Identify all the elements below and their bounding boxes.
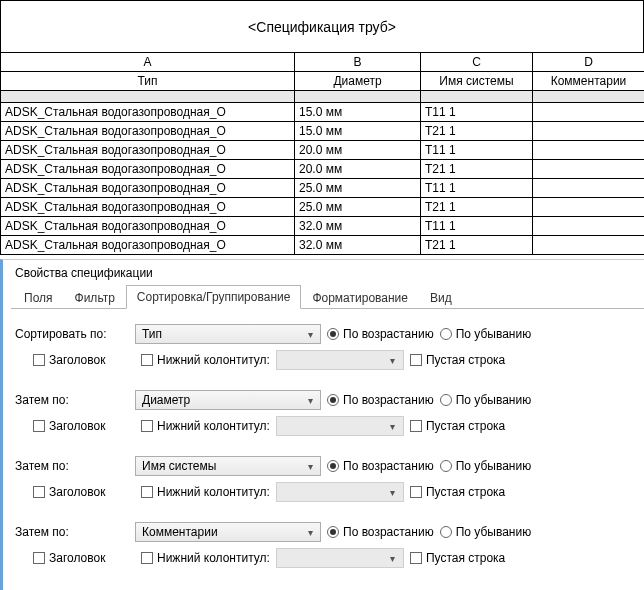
sort-level: Затем по:Комментарии▾По возрастаниюПо уб… [15, 521, 636, 569]
chevron-down-icon: ▾ [303, 329, 317, 340]
col-letter[interactable]: A [1, 53, 295, 72]
cell[interactable] [533, 141, 645, 160]
then-by-label: Затем по: [15, 393, 129, 407]
checkbox-blank-line[interactable]: Пустая строка [410, 485, 520, 499]
tab-formatting[interactable]: Форматирование [301, 286, 419, 309]
radio-descending[interactable]: По убыванию [440, 525, 532, 539]
cell[interactable]: ADSK_Стальная водогазопроводная_О [1, 179, 295, 198]
checkbox-header[interactable]: Заголовок [33, 485, 135, 499]
cell[interactable]: 25.0 мм [295, 179, 421, 198]
cell[interactable]: ADSK_Стальная водогазопроводная_О [1, 198, 295, 217]
properties-tabs: Поля Фильтр Сортировка/Группирование Фор… [11, 284, 644, 309]
cell[interactable]: 20.0 мм [295, 141, 421, 160]
col-letter[interactable]: C [421, 53, 533, 72]
checkbox-blank-line[interactable]: Пустая строка [410, 551, 520, 565]
cell[interactable] [533, 198, 645, 217]
checkbox-blank-line[interactable]: Пустая строка [410, 353, 520, 367]
sort-field-combo[interactable]: Имя системы▾ [135, 456, 321, 476]
cell[interactable]: Т21 1 [421, 122, 533, 141]
separator-row [1, 91, 645, 103]
table-row[interactable]: ADSK_Стальная водогазопроводная_О20.0 мм… [1, 141, 645, 160]
cell[interactable] [533, 179, 645, 198]
tab-fields[interactable]: Поля [13, 286, 64, 309]
sort-field-combo[interactable]: Тип▾ [135, 324, 321, 344]
cell[interactable]: Т11 1 [421, 217, 533, 236]
col-header[interactable]: Имя системы [421, 72, 533, 91]
cell[interactable]: ADSK_Стальная водогазопроводная_О [1, 217, 295, 236]
schedule-table: A B C D Тип Диаметр Имя системы Коммента… [0, 52, 644, 255]
cell[interactable] [533, 236, 645, 255]
cell[interactable] [533, 122, 645, 141]
chevron-down-icon: ▾ [386, 487, 400, 498]
col-header[interactable]: Комментарии [533, 72, 645, 91]
cell[interactable]: Т11 1 [421, 141, 533, 160]
cell[interactable] [533, 103, 645, 122]
column-letter-row: A B C D [1, 53, 645, 72]
cell[interactable]: 15.0 мм [295, 122, 421, 141]
checkbox-header[interactable]: Заголовок [33, 551, 135, 565]
tab-filter[interactable]: Фильтр [64, 286, 126, 309]
cell[interactable] [533, 217, 645, 236]
cell[interactable]: 20.0 мм [295, 160, 421, 179]
table-row[interactable]: ADSK_Стальная водогазопроводная_О25.0 мм… [1, 198, 645, 217]
col-header[interactable]: Диаметр [295, 72, 421, 91]
col-header[interactable]: Тип [1, 72, 295, 91]
footer-combo: ▾ [276, 416, 404, 436]
radio-descending[interactable]: По убыванию [440, 459, 532, 473]
radio-descending[interactable]: По убыванию [440, 393, 532, 407]
table-row[interactable]: ADSK_Стальная водогазопроводная_О25.0 мм… [1, 179, 645, 198]
cell[interactable]: ADSK_Стальная водогазопроводная_О [1, 236, 295, 255]
chevron-down-icon: ▾ [303, 395, 317, 406]
tab-appearance[interactable]: Вид [419, 286, 463, 309]
sort-field-combo[interactable]: Диаметр▾ [135, 390, 321, 410]
col-letter[interactable]: B [295, 53, 421, 72]
checkbox-blank-line[interactable]: Пустая строка [410, 419, 520, 433]
radio-ascending[interactable]: По возрастанию [327, 459, 434, 473]
chevron-down-icon: ▾ [386, 553, 400, 564]
properties-title: Свойства спецификации [11, 264, 644, 284]
tab-sorting-grouping[interactable]: Сортировка/Группирование [126, 285, 302, 309]
checkbox-footer[interactable]: Нижний колонтитул: [141, 551, 270, 565]
table-row[interactable]: ADSK_Стальная водогазопроводная_О20.0 мм… [1, 160, 645, 179]
cell[interactable]: Т21 1 [421, 236, 533, 255]
table-row[interactable]: ADSK_Стальная водогазопроводная_О32.0 мм… [1, 236, 645, 255]
chevron-down-icon: ▾ [386, 421, 400, 432]
then-by-label: Затем по: [15, 459, 129, 473]
table-row[interactable]: ADSK_Стальная водогазопроводная_О32.0 мм… [1, 217, 645, 236]
radio-descending[interactable]: По убыванию [440, 327, 532, 341]
cell[interactable]: Т21 1 [421, 198, 533, 217]
table-row[interactable]: ADSK_Стальная водогазопроводная_О15.0 мм… [1, 122, 645, 141]
schedule-properties-panel: Свойства спецификации Поля Фильтр Сортир… [0, 259, 644, 590]
cell[interactable]: 25.0 мм [295, 198, 421, 217]
cell[interactable]: Т11 1 [421, 179, 533, 198]
checkbox-footer[interactable]: Нижний колонтитул: [141, 485, 270, 499]
radio-ascending[interactable]: По возрастанию [327, 525, 434, 539]
radio-ascending[interactable]: По возрастанию [327, 393, 434, 407]
cell[interactable]: 32.0 мм [295, 236, 421, 255]
cell[interactable]: 15.0 мм [295, 103, 421, 122]
chevron-down-icon: ▾ [386, 355, 400, 366]
sort-level: Сортировать по:Тип▾По возрастаниюПо убыв… [15, 323, 636, 371]
cell[interactable]: ADSK_Стальная водогазопроводная_О [1, 160, 295, 179]
sort-field-combo[interactable]: Комментарии▾ [135, 522, 321, 542]
cell[interactable]: 32.0 мм [295, 217, 421, 236]
sort-level: Затем по:Диаметр▾По возрастаниюПо убыван… [15, 389, 636, 437]
table-row[interactable]: ADSK_Стальная водогазопроводная_О15.0 мм… [1, 103, 645, 122]
cell[interactable] [533, 160, 645, 179]
checkbox-header[interactable]: Заголовок [33, 353, 135, 367]
column-header-row: Тип Диаметр Имя системы Комментарии [1, 72, 645, 91]
cell[interactable]: Т21 1 [421, 160, 533, 179]
radio-ascending[interactable]: По возрастанию [327, 327, 434, 341]
footer-combo: ▾ [276, 548, 404, 568]
col-letter[interactable]: D [533, 53, 645, 72]
sort-by-label: Сортировать по: [15, 327, 129, 341]
cell[interactable]: ADSK_Стальная водогазопроводная_О [1, 141, 295, 160]
cell[interactable]: Т11 1 [421, 103, 533, 122]
cell[interactable]: ADSK_Стальная водогазопроводная_О [1, 122, 295, 141]
checkbox-footer[interactable]: Нижний колонтитул: [141, 419, 270, 433]
footer-combo: ▾ [276, 350, 404, 370]
cell[interactable]: ADSK_Стальная водогазопроводная_О [1, 103, 295, 122]
sort-level: Затем по:Имя системы▾По возрастаниюПо уб… [15, 455, 636, 503]
checkbox-footer[interactable]: Нижний колонтитул: [141, 353, 270, 367]
checkbox-header[interactable]: Заголовок [33, 419, 135, 433]
